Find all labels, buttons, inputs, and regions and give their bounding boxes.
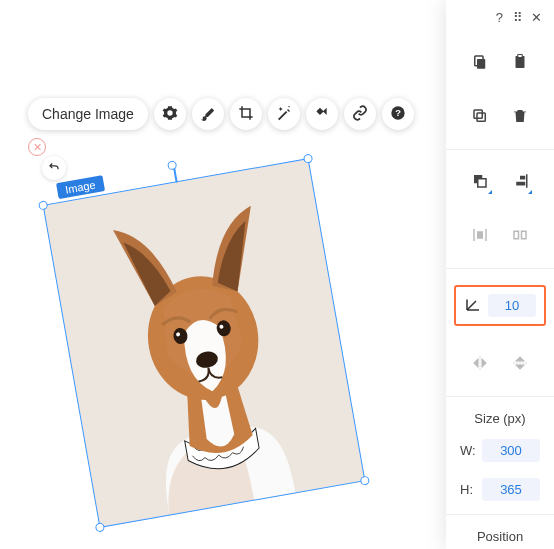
size-section-label: Size (px) — [446, 411, 554, 426]
animate-button[interactable] — [306, 98, 338, 130]
flip-vertical-button[interactable] — [506, 350, 534, 378]
gear-icon — [162, 105, 178, 124]
properties-panel: ? ⠿ ✕ — [446, 0, 554, 549]
distribute-horizontal-button — [466, 222, 494, 250]
drag-handle-icon[interactable]: ⠿ — [513, 10, 521, 25]
link-button[interactable] — [344, 98, 376, 130]
settings-button[interactable] — [154, 98, 186, 130]
copy-button[interactable] — [466, 49, 494, 77]
svg-rect-12 — [518, 54, 523, 57]
width-input[interactable] — [482, 439, 540, 462]
magic-button[interactable] — [268, 98, 300, 130]
selection-box — [43, 158, 366, 528]
position-section-label: Position — [446, 529, 554, 544]
animate-icon — [314, 105, 330, 124]
help-icon: ? — [390, 105, 406, 124]
paste-button[interactable] — [506, 49, 534, 77]
svg-rect-24 — [522, 231, 527, 239]
magic-wand-icon — [276, 105, 292, 124]
undo-button[interactable] — [42, 156, 66, 180]
svg-rect-17 — [520, 175, 525, 179]
link-icon — [352, 105, 368, 124]
rotation-control — [454, 285, 546, 326]
svg-text:?: ? — [395, 108, 401, 118]
resize-handle-tr[interactable] — [303, 153, 313, 163]
crop-icon — [238, 105, 254, 124]
undo-icon — [47, 160, 61, 177]
svg-rect-18 — [516, 181, 525, 185]
paste-icon — [511, 53, 529, 74]
duplicate-icon — [471, 107, 489, 128]
help-button[interactable]: ? — [382, 98, 414, 130]
duplicate-button[interactable] — [466, 103, 494, 131]
panel-help-button[interactable]: ? — [496, 10, 503, 25]
copy-icon — [471, 53, 489, 74]
height-label: H: — [460, 482, 476, 497]
svg-rect-13 — [477, 113, 485, 121]
brush-button[interactable] — [192, 98, 224, 130]
change-image-button[interactable]: Change Image — [28, 98, 148, 130]
bring-forward-icon — [471, 172, 489, 193]
delete-button[interactable] — [506, 103, 534, 131]
flip-horizontal-button[interactable] — [466, 350, 494, 378]
resize-handle-bl[interactable] — [95, 522, 105, 532]
flip-horizontal-icon — [471, 354, 489, 375]
rotation-input[interactable] — [488, 294, 536, 317]
match-size-icon — [511, 226, 529, 247]
deselect-button[interactable]: ✕ — [28, 138, 46, 156]
canvas-area[interactable]: Change Image — [0, 0, 446, 549]
distribute-horizontal-icon — [471, 226, 489, 247]
svg-rect-23 — [514, 231, 519, 239]
svg-rect-16 — [478, 178, 486, 186]
bring-forward-button[interactable] — [466, 168, 494, 196]
trash-icon — [511, 107, 529, 128]
angle-icon — [464, 295, 482, 316]
svg-rect-9 — [477, 59, 485, 69]
close-icon: ✕ — [33, 141, 42, 154]
match-size-button — [506, 222, 534, 250]
svg-rect-22 — [478, 232, 483, 238]
panel-close-button[interactable]: ✕ — [531, 10, 542, 25]
image-toolbar: Change Image — [28, 98, 414, 130]
brush-icon — [200, 105, 216, 124]
resize-handle-br[interactable] — [360, 475, 370, 485]
rotation-handle[interactable] — [167, 160, 177, 170]
rotation-line — [173, 168, 177, 182]
height-input[interactable] — [482, 478, 540, 501]
flip-vertical-icon — [511, 354, 529, 375]
crop-button[interactable] — [230, 98, 262, 130]
align-right-icon — [511, 172, 529, 193]
align-right-button[interactable] — [506, 168, 534, 196]
svg-rect-14 — [474, 110, 482, 118]
selected-image[interactable]: Image — [44, 159, 365, 527]
width-label: W: — [460, 443, 476, 458]
